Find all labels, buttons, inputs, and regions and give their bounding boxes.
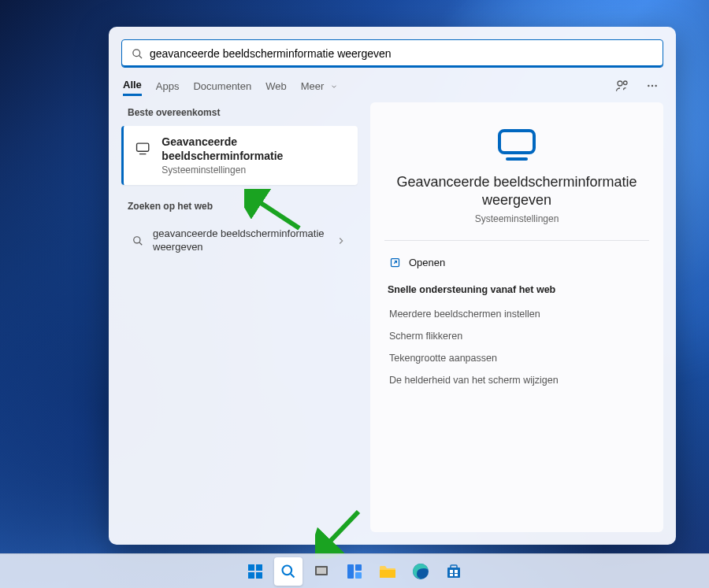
search-icon xyxy=(132,235,143,246)
svg-rect-18 xyxy=(248,564,254,571)
start-button[interactable] xyxy=(241,557,269,586)
quick-support-label: Snelle ondersteuning vanaf het web xyxy=(388,284,646,295)
search-input[interactable] xyxy=(150,47,653,60)
preview-subtitle: Systeeminstellingen xyxy=(388,213,646,224)
tab-all[interactable]: Alle xyxy=(123,76,142,96)
best-match-label: Beste overeenkomst xyxy=(121,102,358,126)
svg-point-5 xyxy=(651,85,653,87)
tab-apps[interactable]: Apps xyxy=(156,77,180,95)
svg-rect-25 xyxy=(317,568,326,574)
svg-rect-35 xyxy=(450,574,453,576)
quick-link-2[interactable]: Tekengrootte aanpassen xyxy=(388,347,646,369)
svg-line-1 xyxy=(139,55,142,57)
edge-button[interactable] xyxy=(406,557,435,586)
account-icon[interactable] xyxy=(613,76,632,95)
svg-rect-33 xyxy=(450,570,453,573)
open-icon xyxy=(389,257,401,268)
svg-rect-29 xyxy=(380,570,395,578)
svg-rect-20 xyxy=(248,572,254,579)
start-search-panel: Alle Apps Documenten Web Meer Beste over… xyxy=(109,27,676,545)
svg-rect-19 xyxy=(256,564,262,571)
svg-point-3 xyxy=(624,81,628,85)
web-search-result[interactable]: geavanceerde beeldscherminformatie weerg… xyxy=(121,220,358,262)
svg-point-9 xyxy=(134,237,140,243)
svg-rect-34 xyxy=(455,570,458,573)
chevron-down-icon xyxy=(330,83,338,91)
taskbar-search-button[interactable] xyxy=(274,557,303,586)
svg-rect-27 xyxy=(355,564,362,571)
task-view-button[interactable] xyxy=(307,557,336,586)
quick-link-0[interactable]: Meerdere beeldschermen instellen xyxy=(388,303,646,325)
more-options-icon[interactable] xyxy=(643,76,662,95)
results-column: Beste overeenkomst Geavanceerde beeldsch… xyxy=(121,102,358,532)
best-match-result[interactable]: Geavanceerde beeldscherminformatie Syste… xyxy=(121,126,358,185)
preview-pane: Geavanceerde beeldscherminformatie weerg… xyxy=(370,102,663,532)
search-icon xyxy=(132,48,143,60)
svg-rect-31 xyxy=(447,568,460,578)
svg-rect-21 xyxy=(256,572,262,579)
tab-web[interactable]: Web xyxy=(265,77,287,95)
svg-point-22 xyxy=(283,565,292,575)
svg-point-2 xyxy=(618,81,622,86)
divider xyxy=(384,240,649,241)
filter-tabs: Alle Apps Documenten Web Meer xyxy=(109,76,676,102)
svg-line-10 xyxy=(139,242,142,245)
file-explorer-button[interactable] xyxy=(373,557,402,586)
tab-more[interactable]: Meer xyxy=(301,77,338,95)
open-label: Openen xyxy=(409,257,445,268)
search-bar[interactable] xyxy=(121,39,663,68)
svg-point-0 xyxy=(133,49,140,56)
display-icon xyxy=(495,128,539,162)
tab-documents[interactable]: Documenten xyxy=(193,77,251,95)
svg-rect-32 xyxy=(451,565,457,568)
best-match-subtitle: Systeeminstellingen xyxy=(161,165,347,176)
svg-rect-28 xyxy=(355,572,362,579)
svg-line-23 xyxy=(291,573,295,577)
store-button[interactable] xyxy=(440,557,468,586)
quick-link-1[interactable]: Scherm flikkeren xyxy=(388,325,646,347)
svg-rect-11 xyxy=(499,131,534,153)
web-search-label: Zoeken op het web xyxy=(121,196,358,220)
quick-link-3[interactable]: De helderheid van het scherm wijzigen xyxy=(388,369,646,391)
open-action[interactable]: Openen xyxy=(388,252,646,279)
best-match-title: Geavanceerde beeldscherminformatie xyxy=(161,135,347,163)
svg-point-6 xyxy=(655,85,656,87)
tab-more-label: Meer xyxy=(301,80,325,92)
svg-rect-7 xyxy=(137,143,149,151)
svg-rect-26 xyxy=(347,564,354,579)
display-icon xyxy=(135,139,150,157)
taskbar xyxy=(0,553,709,588)
chevron-right-icon xyxy=(336,235,347,246)
svg-rect-36 xyxy=(455,574,458,576)
preview-title: Geavanceerde beeldscherminformatie weerg… xyxy=(388,173,646,210)
web-search-text: geavanceerde beeldscherminformatie weerg… xyxy=(153,227,326,254)
svg-point-4 xyxy=(648,85,649,87)
widgets-button[interactable] xyxy=(340,557,369,586)
